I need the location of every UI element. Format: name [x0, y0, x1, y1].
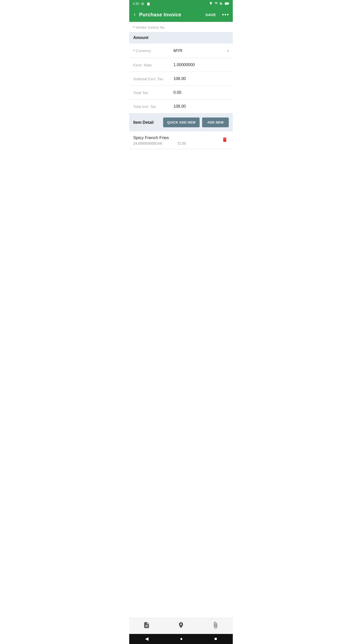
add-new-button[interactable]: ADD NEW	[202, 117, 229, 127]
total-tax-value: 0.00	[173, 90, 229, 95]
signal-status-icon	[220, 2, 223, 6]
page-title: Purchase Invoice	[139, 12, 203, 18]
item-amount: 72.00	[177, 141, 186, 145]
currency-label: *Currency	[133, 49, 173, 53]
android-back-button[interactable]: ◀	[145, 636, 149, 641]
svg-rect-1	[229, 3, 229, 4]
notes-tab-button[interactable]	[143, 622, 150, 630]
currency-value: MYR	[173, 49, 227, 53]
settings-icon: ⚙	[141, 2, 144, 6]
table-row: Spicy French Fries 24.000000000Unit 72.0…	[129, 131, 233, 149]
attachment-tab-button[interactable]	[212, 622, 219, 630]
currency-arrow-icon: ›	[227, 48, 229, 53]
status-bar-right	[209, 2, 229, 6]
item-detail-label: Item Detail	[133, 120, 161, 125]
status-time: 4:30	[133, 2, 139, 6]
total-incl-tax-field: Total Incl. Tax 108.00	[129, 100, 233, 113]
currency-field[interactable]: *Currency MYR ›	[129, 44, 233, 58]
delete-item-button[interactable]	[221, 136, 229, 145]
exch-rate-field: Exch. Rate 1.00000000	[129, 58, 233, 72]
svg-rect-2	[225, 3, 228, 4]
vendor-invoice-field[interactable]: * Vendor Invoice No.	[129, 22, 233, 32]
android-home-button[interactable]: ●	[180, 636, 183, 641]
item-details: 24.000000000Unit 72.00	[133, 141, 221, 145]
bottom-spacer	[129, 149, 233, 179]
total-tax-field: Total Tax 0.00	[129, 86, 233, 100]
subtotal-excl-tax-value: 108.00	[173, 76, 229, 81]
header: ‹ Purchase Invoice SAVE •••	[129, 7, 233, 22]
item-info: Spicy French Fries 24.000000000Unit 72.0…	[133, 135, 221, 145]
bottom-tabbar	[129, 618, 233, 634]
subtotal-excl-tax-field: Subtotal Excl. Tax 108.00	[129, 72, 233, 86]
more-options-button[interactable]: •••	[222, 11, 229, 18]
quick-add-new-button[interactable]: QUICK ADD NEW	[163, 117, 200, 127]
amount-section-header: Amount	[129, 32, 233, 44]
android-nav-bar: ◀ ● ■	[129, 634, 233, 644]
android-recent-button[interactable]: ■	[214, 636, 217, 641]
item-detail-section: Item Detail QUICK ADD NEW ADD NEW	[129, 113, 233, 131]
required-mark: *	[133, 25, 135, 29]
status-bar: 4:30 ⚙ 📋	[129, 0, 233, 7]
total-incl-tax-label: Total Incl. Tax	[133, 104, 173, 109]
clipboard-icon: 📋	[146, 2, 151, 6]
location-tab-button[interactable]	[177, 622, 185, 630]
save-button[interactable]: SAVE	[205, 13, 216, 17]
subtotal-excl-tax-label: Subtotal Excl. Tax	[133, 77, 173, 81]
total-incl-tax-value: 108.00	[173, 104, 229, 109]
back-button[interactable]: ‹	[133, 10, 137, 19]
exch-rate-label: Exch. Rate	[133, 63, 173, 67]
exch-rate-value: 1.00000000	[173, 63, 229, 67]
location-status-icon	[209, 2, 213, 6]
item-name: Spicy French Fries	[133, 135, 221, 140]
vendor-invoice-label: * Vendor Invoice No.	[133, 25, 229, 29]
battery-status-icon	[225, 2, 229, 6]
item-quantity-unit: 24.000000000Unit	[133, 141, 162, 145]
status-bar-left: 4:30 ⚙ 📋	[133, 2, 151, 6]
wifi-status-icon	[214, 2, 218, 6]
total-tax-label: Total Tax	[133, 91, 173, 95]
items-list: Spicy French Fries 24.000000000Unit 72.0…	[129, 131, 233, 149]
